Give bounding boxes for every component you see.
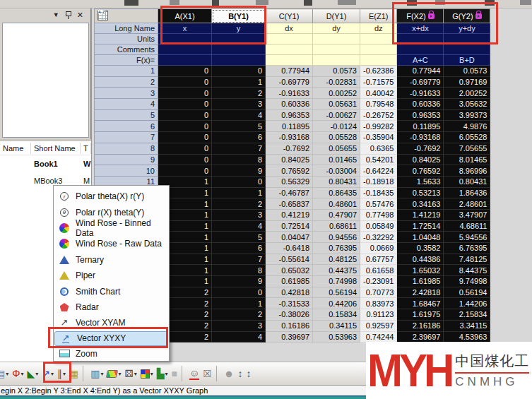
header-cell[interactable] [444, 34, 490, 44]
header-cell[interactable] [158, 34, 212, 44]
dropdown-arrow-icon[interactable]: ▾ [35, 371, 38, 377]
data-cell[interactable]: 8.44375 [444, 265, 490, 276]
data-cell[interactable]: -0.64224 [360, 165, 397, 177]
box-plot-button[interactable]: Φ▾ [11, 364, 25, 383]
data-cell[interactable]: 7 [212, 143, 266, 154]
data-cell[interactable]: -0.46787 [266, 187, 313, 198]
dropdown-arrow-icon[interactable]: ▾ [6, 371, 8, 377]
data-cell[interactable]: 0.44386 [397, 254, 444, 265]
data-cell[interactable]: 2.15834 [444, 309, 490, 321]
vector-plot-button[interactable]: ↗▾ [40, 364, 55, 383]
data-cell[interactable]: -0.18435 [360, 187, 397, 198]
data-cell[interactable]: -0.55614 [266, 254, 313, 265]
data-cell[interactable]: 9 [212, 276, 266, 287]
menu-item-radar[interactable]: Radar [54, 299, 169, 315]
data-cell[interactable]: -0.6418 [266, 243, 313, 254]
data-cell[interactable]: 7.48125 [444, 254, 490, 265]
data-cell[interactable]: 7.05655 [444, 143, 490, 154]
data-cell[interactable]: 3.47907 [444, 209, 490, 220]
row-number[interactable]: 8 [95, 143, 158, 154]
header-cell[interactable]: dz [360, 23, 397, 34]
data-cell[interactable]: 0.15834 [313, 309, 360, 321]
data-cell[interactable]: 2 [212, 309, 266, 321]
header-cell[interactable]: A+C [397, 55, 444, 66]
data-cell[interactable]: 6.05528 [444, 132, 490, 143]
data-cell[interactable]: 1 [212, 187, 266, 198]
data-cell[interactable]: -0.69779 [397, 76, 444, 88]
header-cell[interactable]: dx [266, 23, 313, 34]
row-label[interactable]: Comments [95, 44, 158, 55]
header-cell[interactable] [397, 34, 444, 44]
dropdown-arrow-icon[interactable]: ▾ [20, 371, 23, 377]
data-cell[interactable]: 3 [212, 99, 266, 110]
data-cell[interactable]: 0.56329 [266, 176, 313, 187]
header-cell[interactable] [212, 44, 266, 55]
data-cell[interactable]: 3 [212, 209, 266, 220]
data-cell[interactable]: -0.26752 [360, 109, 397, 121]
data-cell[interactable]: 3 [212, 320, 266, 331]
data-cell[interactable]: 0.80431 [444, 176, 490, 187]
data-cell[interactable]: 0.00252 [313, 88, 360, 99]
header-cell[interactable] [266, 44, 313, 55]
data-cell[interactable]: -0.0124 [313, 121, 360, 132]
dropdown-arrow-icon[interactable]: ▾ [63, 371, 66, 377]
data-cell[interactable]: 0.76592 [266, 165, 313, 177]
folder-tree[interactable] [2, 23, 89, 138]
data-cell[interactable]: 1 [212, 76, 266, 88]
3d-surface-button[interactable]: ▾ [105, 364, 122, 383]
header-cell[interactable]: B+D [444, 55, 490, 66]
data-cell[interactable]: 0.05655 [313, 143, 360, 154]
mask-toggle-button[interactable]: ☻ [223, 364, 236, 383]
data-cell[interactable]: 0 [158, 154, 212, 165]
menu-item-polar-theta-x-r-y[interactable]: rPolar theta(X) r(Y) [54, 189, 169, 204]
data-cell[interactable]: 0.48601 [313, 198, 360, 210]
data-cell[interactable]: 0.65032 [266, 265, 313, 276]
data-cell[interactable]: 0.56194 [313, 287, 360, 298]
data-cell[interactable]: 0 [212, 287, 266, 298]
data-cell[interactable]: 0 [158, 121, 212, 132]
dropdown-arrow-icon[interactable]: ▾ [100, 371, 103, 377]
data-cell[interactable]: -0.31533 [266, 298, 313, 309]
dropdown-arrow-icon[interactable]: ▾ [165, 371, 167, 377]
dropdown-arrow-icon[interactable]: ▾ [51, 371, 54, 377]
column-header-D(Y1)[interactable]: D(Y1) [313, 9, 360, 23]
data-cell[interactable]: 0.60336 [397, 99, 444, 110]
data-cell[interactable]: -0.00627 [313, 109, 360, 121]
data-cell[interactable]: 2.48601 [444, 198, 490, 210]
data-cell[interactable]: 0.60336 [266, 99, 313, 110]
data-cell[interactable]: 7 [212, 254, 266, 265]
header-cell[interactable] [397, 44, 444, 55]
data-cell[interactable]: 0 [158, 66, 212, 77]
data-cell[interactable]: -0.69779 [266, 76, 313, 88]
row-number[interactable]: 2 [95, 76, 158, 88]
close-icon[interactable]: ✕ [77, 11, 83, 18]
data-cell[interactable]: 1.68467 [397, 298, 444, 309]
data-cell[interactable]: 0.11895 [266, 121, 313, 132]
data-cell[interactable]: 4.9876 [444, 121, 490, 132]
data-cell[interactable]: -0.91633 [397, 88, 444, 99]
data-cell[interactable]: 0.44375 [313, 265, 360, 276]
data-cell[interactable]: 0.0573 [313, 66, 360, 77]
data-cell[interactable]: 1 [212, 298, 266, 309]
data-cell[interactable]: 1.41219 [397, 209, 444, 220]
histogram-button[interactable]: ▙▾ [155, 364, 170, 383]
row-number[interactable]: 5 [95, 109, 158, 121]
data-cell[interactable]: 0 [212, 66, 266, 77]
data-cell[interactable]: 0.61658 [360, 265, 397, 276]
data-cell[interactable]: 1.65032 [397, 265, 444, 276]
header-cell[interactable] [313, 44, 360, 55]
blank-button[interactable]: ■ [170, 364, 179, 383]
data-cell[interactable]: -0.65837 [266, 198, 313, 210]
menu-item-vector-xyxy[interactable]: ↗Vector XYXY [54, 331, 168, 346]
data-cell[interactable]: -0.03004 [313, 165, 360, 177]
data-cell[interactable]: 0.57476 [360, 198, 397, 210]
menu-item-piper[interactable]: Piper [54, 268, 169, 283]
data-cell[interactable]: -0.7692 [266, 143, 313, 154]
row-number[interactable]: 10 [95, 165, 158, 177]
corner-cell[interactable] [95, 9, 158, 23]
data-cell[interactable]: 0.0669 [360, 243, 397, 254]
row-label[interactable]: Units [95, 34, 158, 44]
row-number[interactable]: 3 [95, 88, 158, 99]
data-cell[interactable]: 0.70773 [360, 287, 397, 298]
data-cell[interactable]: 0.79548 [360, 99, 397, 110]
